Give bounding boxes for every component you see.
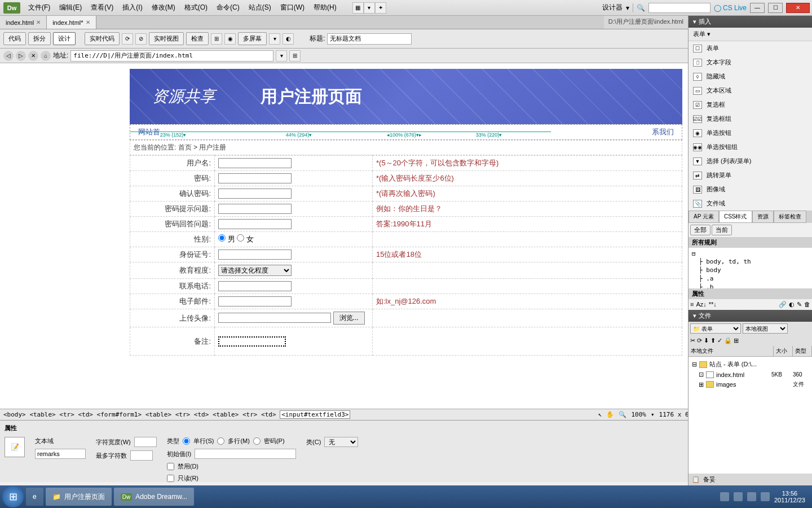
- clock-date[interactable]: 2011/12/23: [774, 497, 805, 503]
- css-tool-icon[interactable]: Az↓: [696, 301, 706, 308]
- tray-icon[interactable]: [720, 492, 729, 501]
- tag-crumb[interactable]: <tr>: [242, 411, 258, 418]
- layout-icon[interactable]: ▦: [352, 2, 364, 14]
- type-password-radio[interactable]: [253, 437, 261, 445]
- tag-crumb[interactable]: <table>: [213, 411, 239, 418]
- dropdown-icon[interactable]: ▾: [364, 2, 375, 14]
- tool-icon[interactable]: ◉: [224, 33, 236, 45]
- tool-icon[interactable]: ✦: [375, 2, 386, 14]
- username-input[interactable]: [218, 158, 292, 168]
- tool-icon[interactable]: ⟳: [122, 33, 133, 45]
- files-panel-header[interactable]: ▾文件: [689, 310, 812, 322]
- code-view-button[interactable]: 代码: [3, 32, 26, 45]
- forward-button[interactable]: ▷: [16, 51, 26, 61]
- css-tool-icon[interactable]: ◐: [789, 301, 795, 308]
- css-tab[interactable]: 资源: [752, 211, 774, 223]
- zoom-tool-icon[interactable]: 🔍: [619, 411, 626, 418]
- close-button[interactable]: ✕: [786, 3, 810, 13]
- search-input[interactable]: [648, 3, 710, 13]
- confirm-password-input[interactable]: [218, 189, 292, 199]
- insert-item[interactable]: ☑☑复选框组: [689, 112, 812, 126]
- css-all-button[interactable]: 全部: [690, 225, 710, 235]
- document-tab[interactable]: index.html ✕: [0, 16, 47, 29]
- search-icon[interactable]: 🔍: [637, 4, 645, 12]
- multiscreen-button[interactable]: 多屏幕: [238, 32, 267, 45]
- inspect-button[interactable]: 检查: [186, 32, 209, 45]
- class-select[interactable]: 无: [324, 437, 358, 447]
- log-icon[interactable]: 📋: [692, 476, 700, 483]
- site-select[interactable]: 📁 表单: [690, 323, 741, 334]
- start-button[interactable]: ⊞: [2, 486, 24, 507]
- css-rule[interactable]: ├ body: [691, 266, 810, 274]
- css-tool-icon[interactable]: 🗑: [804, 301, 810, 308]
- stop-button[interactable]: ✕: [28, 51, 38, 61]
- idcard-input[interactable]: [218, 249, 292, 260]
- tool-icon[interactable]: ⊞: [211, 33, 222, 45]
- readonly-checkbox[interactable]: [167, 475, 174, 482]
- menu-item[interactable]: 站点(S): [244, 3, 276, 12]
- element-name-input[interactable]: [35, 449, 86, 459]
- disable-checkbox[interactable]: [167, 463, 174, 470]
- settings-icon[interactable]: ⊞: [289, 50, 301, 62]
- file-tree-item[interactable]: ⊞images文件: [691, 379, 810, 389]
- question-input[interactable]: [218, 204, 292, 214]
- tray-icon[interactable]: [734, 492, 743, 501]
- phone-input[interactable]: [218, 281, 292, 291]
- cslive-link[interactable]: ◯CS Live: [714, 4, 747, 12]
- type-single-radio[interactable]: [183, 437, 190, 445]
- max-chars-input[interactable]: [130, 450, 153, 461]
- tag-crumb[interactable]: <input#textfield3>: [280, 410, 350, 419]
- tag-crumb[interactable]: <form#form1>: [97, 411, 142, 418]
- email-input[interactable]: [218, 296, 292, 306]
- menu-item[interactable]: 文件(F): [24, 3, 55, 12]
- address-input[interactable]: [70, 50, 273, 62]
- menu-item[interactable]: 窗口(W): [276, 3, 309, 12]
- designer-dropdown[interactable]: 设计器: [602, 3, 623, 12]
- design-view-button[interactable]: 设计: [53, 32, 76, 45]
- minimize-button[interactable]: —: [750, 3, 765, 13]
- dreamweaver-task-button[interactable]: Dw Adobe Dreamw...: [114, 488, 195, 506]
- insert-panel-header[interactable]: ▾插入: [689, 16, 812, 28]
- tag-crumb[interactable]: <body>: [3, 411, 26, 418]
- tab-close-icon[interactable]: ✕: [86, 19, 90, 25]
- nav-item[interactable]: 系我们: [644, 127, 682, 137]
- go-button[interactable]: ▾: [276, 50, 287, 62]
- insert-item[interactable]: 📎文件域: [689, 196, 812, 211]
- insert-category[interactable]: 表单 ▾: [689, 28, 812, 41]
- tool-icon[interactable]: ▾: [269, 33, 280, 45]
- insert-item[interactable]: ☐表单: [689, 41, 812, 55]
- maximize-button[interactable]: ☐: [768, 3, 783, 13]
- document-tab[interactable]: index.html* ✕: [47, 16, 96, 29]
- css-rule[interactable]: ├ .b: [691, 283, 810, 288]
- insert-item[interactable]: ⌷文本字段: [689, 55, 812, 69]
- live-view-button[interactable]: 实时视图: [149, 32, 184, 45]
- tray-volume-icon[interactable]: [761, 492, 770, 501]
- menu-item[interactable]: 编辑(E): [55, 3, 86, 12]
- insert-item[interactable]: ▭文本区域: [689, 84, 812, 98]
- insert-item[interactable]: ▼选择 (列表/菜单): [689, 154, 812, 168]
- tag-crumb[interactable]: <td>: [78, 411, 93, 418]
- css-tab[interactable]: AP 元素: [689, 211, 719, 223]
- menu-item[interactable]: 查看(V): [86, 3, 118, 12]
- view-select[interactable]: 本地视图: [743, 323, 788, 334]
- browse-button[interactable]: 浏览...: [333, 312, 365, 325]
- char-width-input[interactable]: [134, 437, 157, 447]
- css-tool-icon[interactable]: **↓: [709, 301, 717, 308]
- password-input[interactable]: [218, 173, 292, 183]
- tag-crumb[interactable]: <td>: [194, 411, 209, 418]
- nav-item[interactable]: 网站首: [130, 127, 168, 137]
- css-tool-icon[interactable]: ≡: [690, 301, 694, 308]
- gender-female-radio[interactable]: [237, 234, 244, 242]
- css-rule[interactable]: ├ body, td, th: [691, 257, 810, 266]
- zoom-level[interactable]: 100%: [631, 411, 646, 418]
- back-button[interactable]: ◁: [3, 51, 14, 61]
- init-value-input[interactable]: [195, 449, 296, 459]
- file-tree-item[interactable]: ⊡index.html5KB360: [691, 370, 810, 379]
- files-tool-icon[interactable]: ✂: [690, 337, 695, 344]
- remarks-input[interactable]: [218, 336, 286, 347]
- menu-item[interactable]: 修改(M): [147, 3, 180, 12]
- tool-icon[interactable]: ◐: [283, 33, 294, 45]
- files-tool-icon[interactable]: ✓: [717, 337, 722, 344]
- folder-task-button[interactable]: 📁 用户注册页面: [46, 488, 112, 506]
- tool-icon[interactable]: ⊘: [135, 33, 147, 45]
